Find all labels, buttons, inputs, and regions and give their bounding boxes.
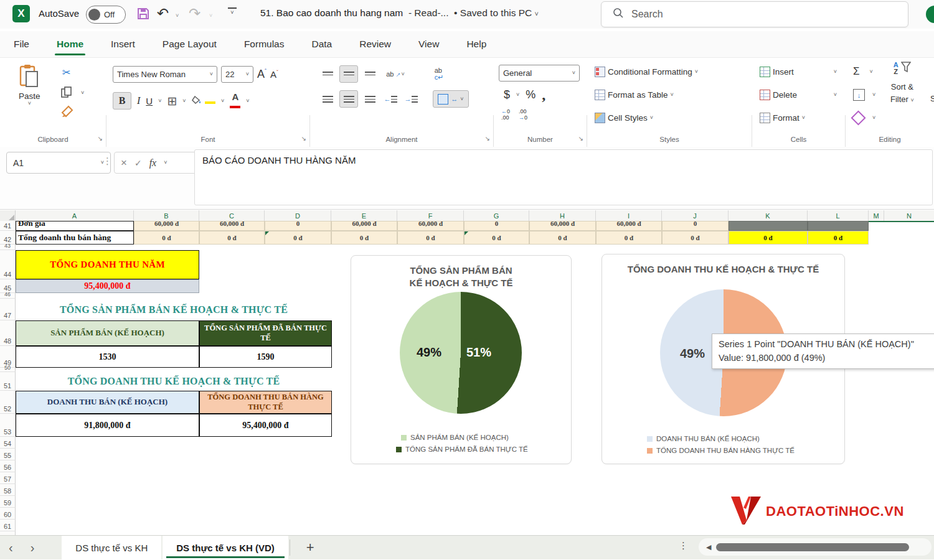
tab-formulas[interactable]: Formulas <box>235 34 294 55</box>
select-all-corner[interactable] <box>0 210 16 221</box>
column-header[interactable]: A <box>16 210 134 221</box>
cell-l41[interactable] <box>808 221 869 231</box>
cell-a41[interactable]: Đơn giá <box>16 221 134 231</box>
products-plan-value-cell[interactable]: 1530 <box>16 346 199 368</box>
conditional-formatting-button[interactable]: Conditional Formatting˅ <box>595 67 698 77</box>
column-header[interactable]: J <box>662 210 729 221</box>
cell-e41[interactable]: 60,000 đ <box>331 221 397 231</box>
redo-button[interactable]: ↷ <box>189 5 200 22</box>
excel-app-icon[interactable]: X <box>12 5 30 22</box>
products-actual-header-cell[interactable]: TỔNG SẢN PHẨM ĐÃ BÁN THỰC TẾ <box>199 320 332 346</box>
decrease-font-icon[interactable]: Aˇ <box>270 69 278 80</box>
format-cells-button[interactable]: Format˅ <box>760 113 805 123</box>
row-header[interactable]: 51 <box>0 372 16 391</box>
align-top-icon[interactable] <box>319 66 336 82</box>
align-right-icon[interactable] <box>361 91 379 107</box>
column-header[interactable]: H <box>529 210 596 221</box>
copy-chevron-icon[interactable]: ˅ <box>81 90 84 96</box>
undo-chevron-icon[interactable]: ˅ <box>176 12 179 19</box>
cell-l42[interactable]: 0 đ <box>808 231 869 245</box>
column-header[interactable]: K <box>729 210 808 221</box>
tab-help[interactable]: Help <box>457 34 496 55</box>
enter-icon[interactable]: ✓ <box>134 158 142 168</box>
number-dialog-launcher-icon[interactable]: ↘ <box>578 135 583 142</box>
cell-f42[interactable]: 0 đ <box>397 231 464 245</box>
autosum-button[interactable]: Σ˅ <box>853 65 873 78</box>
wrap-text-icon[interactable]: abc↵ <box>428 66 450 82</box>
formula-bar-dots-icon[interactable]: ⋮ <box>103 156 112 167</box>
clipboard-dialog-launcher-icon[interactable]: ↘ <box>98 135 103 142</box>
borders-chevron-icon[interactable]: ˅ <box>182 98 186 104</box>
quick-access-overflow-icon[interactable]: ˅ <box>228 7 237 17</box>
align-middle-icon[interactable] <box>339 65 358 83</box>
sheet-tab[interactable]: DS thực tế vs KH <box>62 536 161 559</box>
align-center-icon[interactable] <box>339 90 358 108</box>
cell-i41[interactable]: 60,000 đ <box>596 221 662 231</box>
row-header[interactable]: 61 <box>0 520 16 531</box>
sheet-tab-active[interactable]: DS thực tế vs KH (VD) <box>163 536 288 559</box>
insert-cells-button[interactable]: Insert˅ <box>760 67 837 77</box>
cell-g42[interactable]: 0 đ <box>464 231 529 245</box>
cell-h42[interactable]: 0 đ <box>529 231 596 245</box>
products-heading[interactable]: TỔNG SẢN PHẨM BÁN KẾ HOẠCH & THỰC TẾ <box>16 299 332 320</box>
tab-data[interactable]: Data <box>302 34 341 55</box>
clear-button[interactable]: ˅ <box>853 113 875 123</box>
tab-view[interactable]: View <box>409 34 448 55</box>
tab-file[interactable]: File <box>4 34 39 55</box>
sheet-nav-right-icon[interactable]: › <box>22 541 44 555</box>
comma-format-icon[interactable]: , <box>542 86 545 103</box>
decrease-decimal-icon[interactable]: .00→0 <box>519 109 527 121</box>
row-header[interactable]: 59 <box>0 496 16 508</box>
formula-input[interactable]: BÁO CÁO DOANH THU HÀNG NĂM <box>194 149 933 205</box>
saved-chevron-icon[interactable]: ˅ <box>535 10 539 17</box>
increase-indent-icon[interactable]: → <box>402 91 420 107</box>
align-bottom-icon[interactable] <box>361 66 379 82</box>
cell-k42[interactable]: 0 đ <box>729 231 808 245</box>
row-header[interactable]: 57 <box>0 472 16 484</box>
column-header[interactable]: G <box>464 210 529 221</box>
cell-c41[interactable]: 60,000 đ <box>199 221 265 231</box>
row-header[interactable]: 43 <box>0 245 16 250</box>
row-header[interactable]: 55 <box>0 449 16 460</box>
number-format-select[interactable]: General˅ <box>499 65 580 82</box>
row-header[interactable]: 53 <box>0 414 16 437</box>
cell-f41[interactable]: 60,000 đ <box>397 221 464 231</box>
scroll-left-icon[interactable]: ◀ <box>706 543 711 551</box>
font-color-chevron-icon[interactable]: ˅ <box>246 98 249 104</box>
bold-button[interactable]: B <box>113 92 131 110</box>
italic-button[interactable]: I <box>137 95 140 106</box>
column-header[interactable]: N <box>884 210 934 221</box>
revenue-actual-value-cell[interactable]: 95,400,000 đ <box>199 414 332 437</box>
column-header[interactable]: F <box>397 210 464 221</box>
cell-g41[interactable]: 0 <box>464 221 529 231</box>
add-sheet-button[interactable]: + <box>290 539 331 556</box>
column-header[interactable]: E <box>331 210 397 221</box>
revenue-plan-value-cell[interactable]: 91,800,000 đ <box>16 414 199 437</box>
sheet-options-dots-icon[interactable]: ⋮ <box>679 540 688 551</box>
column-header[interactable]: C <box>199 210 265 221</box>
borders-icon[interactable]: ⊞ <box>167 94 177 108</box>
save-icon[interactable] <box>136 6 151 24</box>
cell-d41[interactable]: 0 <box>265 221 331 231</box>
cell-b42[interactable]: 0 đ <box>134 231 199 245</box>
cell-d42[interactable]: 0 đ <box>265 231 331 245</box>
tab-insert[interactable]: Insert <box>101 34 144 55</box>
align-left-icon[interactable] <box>319 91 336 107</box>
cell-b41[interactable]: 60,000 đ <box>134 221 199 231</box>
merge-center-button[interactable]: ↔˅ <box>433 90 469 108</box>
row-header[interactable]: 52 <box>0 391 16 414</box>
cut-icon[interactable]: ✂ <box>62 67 70 78</box>
cell-e42[interactable]: 0 đ <box>331 231 397 245</box>
cell-j42[interactable]: 0 đ <box>662 231 729 245</box>
total-revenue-value-cell[interactable]: 95,400,000 đ <box>16 279 199 293</box>
products-pie-chart[interactable]: TỔNG SẢN PHẨM BÁNKẾ HOẠCH & THỰC TẾ 49% … <box>351 255 572 464</box>
row-header[interactable]: 54 <box>0 437 16 449</box>
format-as-table-button[interactable]: Format as Table˅ <box>595 90 674 100</box>
cell-h41[interactable]: 60,000 đ <box>529 221 596 231</box>
percent-format-icon[interactable]: % <box>526 88 535 101</box>
products-plan-header-cell[interactable]: SẢN PHẨM BÁN (KẾ HOẠCH) <box>16 320 199 346</box>
revenue-actual-header-cell[interactable]: TỔNG DOANH THU BÁN HÀNG THỰC TẾ <box>199 391 332 414</box>
row-header[interactable]: 56 <box>0 460 16 472</box>
delete-cells-button[interactable]: Delete˅ <box>760 90 837 100</box>
row-header[interactable]: 47 <box>0 299 16 320</box>
